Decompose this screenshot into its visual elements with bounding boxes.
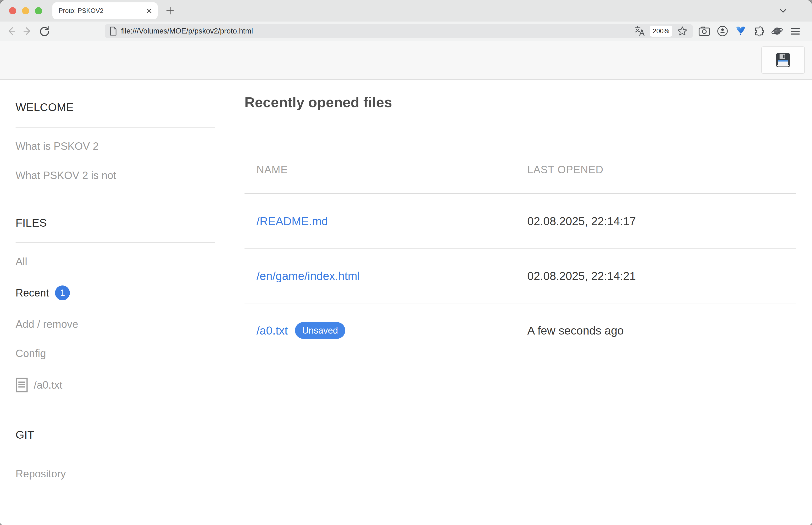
- sidebar: WELCOME What is PSKOV 2 What PSKOV 2 is …: [0, 80, 230, 525]
- new-tab-button[interactable]: [165, 5, 175, 16]
- file-name-cell: /README.md: [257, 215, 527, 228]
- sidebar-item-what-is-pskov2[interactable]: What is PSKOV 2: [16, 141, 215, 151]
- url-text[interactable]: file:///Volumes/MOE/p/pskov2/proto.html: [121, 27, 633, 35]
- sidebar-section-title: FILES: [16, 216, 215, 229]
- table-row: /README.md 02.08.2025, 22:14:17: [245, 194, 796, 249]
- sidebar-list: What is PSKOV 2 What PSKOV 2 is not: [16, 141, 215, 181]
- extension-vpn-button[interactable]: [734, 25, 747, 38]
- floppy-disk-icon: [775, 52, 791, 68]
- close-window-button[interactable]: [9, 7, 16, 14]
- sidebar-section-welcome: WELCOME What is PSKOV 2 What PSKOV 2 is …: [16, 101, 215, 181]
- bookmark-button[interactable]: [676, 25, 689, 38]
- profile-button[interactable]: [716, 25, 729, 38]
- sidebar-list: All Recent 1 Add / remove Config: [16, 256, 215, 393]
- divider: [16, 455, 215, 455]
- sidebar-item-what-pskov2-is-not[interactable]: What PSKOV 2 is not: [16, 170, 215, 181]
- sidebar-item-repository[interactable]: Repository: [16, 468, 215, 479]
- recent-count-badge: 1: [55, 285, 70, 300]
- column-header-name: NAME: [257, 164, 527, 176]
- profile-icon: [717, 25, 728, 37]
- window-controls: [9, 7, 42, 14]
- sidebar-item-add-remove[interactable]: Add / remove: [16, 319, 215, 330]
- tab-close-icon[interactable]: [146, 7, 152, 14]
- ringed-planet-icon: [771, 25, 783, 37]
- save-button[interactable]: [761, 46, 805, 74]
- reload-button[interactable]: [38, 25, 51, 38]
- page-title: Recently opened files: [245, 95, 796, 110]
- page-content: WELCOME What is PSKOV 2 What PSKOV 2 is …: [0, 80, 812, 525]
- blue-kite-icon: [735, 25, 746, 37]
- file-name-cell: /en/game/index.html: [257, 269, 527, 283]
- menu-button[interactable]: [788, 25, 802, 38]
- back-button[interactable]: [4, 25, 18, 38]
- sidebar-list: Repository: [16, 468, 215, 479]
- tab-list-button[interactable]: [778, 5, 788, 16]
- minimize-window-button[interactable]: [22, 7, 29, 14]
- sidebar-section-files: FILES All Recent 1 Add / remove Config: [16, 216, 215, 393]
- tab-title: Proto: PSKOV2: [59, 7, 146, 15]
- sidebar-item-all[interactable]: All: [16, 256, 215, 267]
- reload-icon: [39, 25, 50, 37]
- translate-icon: [634, 26, 645, 36]
- last-opened-cell: A few seconds ago: [527, 324, 796, 337]
- table-row: /a0.txt Unsaved A few seconds ago: [245, 303, 796, 358]
- file-name-cell: /a0.txt Unsaved: [257, 322, 527, 339]
- extension-planet-button[interactable]: [770, 25, 784, 38]
- sidebar-item-label: /a0.txt: [34, 380, 62, 390]
- sidebar-section-git: GIT Repository: [16, 429, 215, 479]
- table-header-row: NAME LAST OPENED: [245, 146, 796, 194]
- main-panel: Recently opened files NAME LAST OPENED /…: [230, 80, 812, 525]
- sidebar-section-title: GIT: [16, 429, 215, 441]
- unsaved-badge: Unsaved: [295, 322, 345, 339]
- last-opened-cell: 02.08.2025, 22:14:21: [527, 269, 796, 283]
- puzzle-icon: [753, 25, 765, 37]
- browser-toolbar: file:///Volumes/MOE/p/pskov2/proto.html …: [0, 21, 812, 41]
- star-icon: [677, 26, 688, 36]
- sidebar-item-config[interactable]: Config: [16, 348, 215, 359]
- forward-icon: [22, 25, 33, 37]
- file-icon: [16, 377, 28, 393]
- file-link[interactable]: /README.md: [257, 215, 328, 228]
- sidebar-item-label: What is PSKOV 2: [16, 141, 98, 151]
- sidebar-item-label: Add / remove: [16, 319, 78, 330]
- divider: [16, 242, 215, 243]
- screenshot-button[interactable]: [698, 25, 711, 38]
- last-opened-cell: 02.08.2025, 22:14:17: [527, 215, 796, 228]
- divider: [16, 127, 215, 127]
- sidebar-item-label: What PSKOV 2 is not: [16, 170, 116, 181]
- sidebar-item-a0-txt[interactable]: /a0.txt: [16, 377, 215, 393]
- extensions-button[interactable]: [752, 25, 766, 38]
- browser-window: Proto: PSKOV2: [0, 0, 812, 525]
- sidebar-item-label: Config: [16, 348, 46, 359]
- zoom-level-indicator[interactable]: 200%: [650, 26, 672, 36]
- forward-button[interactable]: [21, 25, 34, 38]
- chevron-down-icon: [778, 6, 788, 16]
- page-header-bar: [0, 41, 812, 80]
- sidebar-item-label: All: [16, 256, 27, 267]
- browser-tab[interactable]: Proto: PSKOV2: [52, 2, 158, 19]
- tab-strip: Proto: PSKOV2: [0, 0, 812, 21]
- address-bar[interactable]: file:///Volumes/MOE/p/pskov2/proto.html …: [105, 24, 693, 38]
- back-icon: [5, 25, 17, 37]
- page-icon: [109, 26, 117, 36]
- plus-icon: [165, 6, 175, 16]
- column-header-last-opened: LAST OPENED: [527, 164, 796, 176]
- sidebar-section-title: WELCOME: [16, 101, 215, 114]
- fullscreen-window-button[interactable]: [35, 7, 42, 14]
- camera-icon: [698, 26, 710, 36]
- translate-button[interactable]: [633, 25, 646, 38]
- recent-files-table: NAME LAST OPENED /README.md 02.08.2025, …: [245, 146, 796, 358]
- file-link[interactable]: /en/game/index.html: [257, 269, 360, 283]
- file-link[interactable]: /a0.txt: [257, 324, 288, 337]
- sidebar-item-label: Repository: [16, 468, 66, 479]
- sidebar-item-label: Recent: [16, 288, 49, 298]
- hamburger-icon: [790, 26, 801, 36]
- table-row: /en/game/index.html 02.08.2025, 22:14:21: [245, 249, 796, 303]
- sidebar-item-recent[interactable]: Recent 1: [16, 285, 215, 300]
